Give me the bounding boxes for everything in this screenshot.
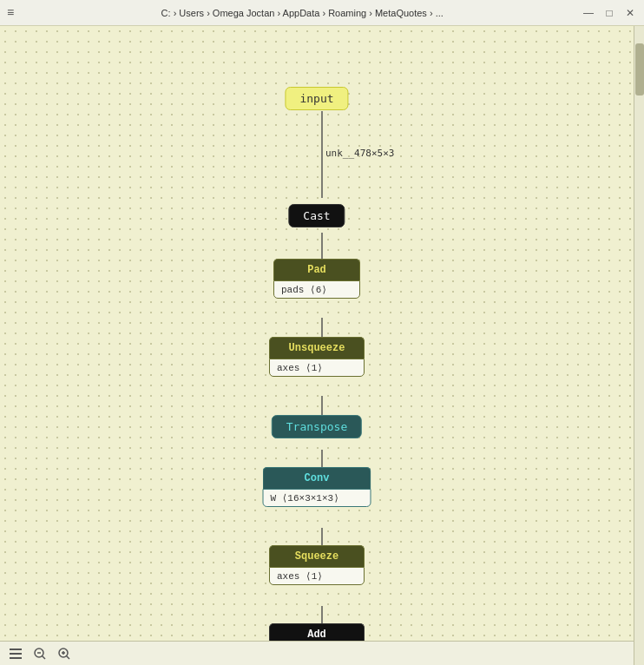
svg-rect-8 xyxy=(10,653,22,655)
node-add[interactable]: Add B ⟨1×16×1⟩ xyxy=(269,623,365,641)
node-squeeze-body: axes ⟨1⟩ xyxy=(269,567,365,585)
node-transpose[interactable]: Transpose xyxy=(272,415,362,438)
svg-rect-9 xyxy=(10,657,22,659)
node-conv-header: Conv xyxy=(263,467,371,489)
scrollbar-right[interactable] xyxy=(634,26,644,665)
edge-label-0: unk__478×5×3 xyxy=(325,148,394,159)
zoom-in-icon[interactable] xyxy=(56,645,73,662)
title-path: C: › Users › Omega Joctan › AppData › Ro… xyxy=(23,8,582,18)
node-conv[interactable]: Conv W ⟨16×3×1×3⟩ xyxy=(263,467,371,507)
svg-line-16 xyxy=(67,655,70,659)
title-bar: ≡ C: › Users › Omega Joctan › AppData › … xyxy=(0,0,644,26)
node-pad-body: pads ⟨6⟩ xyxy=(273,280,360,299)
close-button[interactable]: ✕ xyxy=(623,6,637,20)
canvas-area: unk__478×5×3 input Cast Pad pads ⟨6⟩ Uns… xyxy=(0,26,634,641)
maximize-button[interactable]: □ xyxy=(602,6,616,20)
window-controls: — □ ✕ xyxy=(582,6,637,20)
node-unsqueeze-header: Unsqueeze xyxy=(269,337,365,359)
node-conv-body: W ⟨16×3×1×3⟩ xyxy=(263,489,371,507)
node-input[interactable]: input xyxy=(285,87,348,110)
node-cast[interactable]: Cast xyxy=(288,204,345,227)
node-squeeze[interactable]: Squeeze axes ⟨1⟩ xyxy=(269,545,365,585)
node-pad-header: Pad xyxy=(273,259,360,280)
scrollbar-thumb[interactable] xyxy=(635,43,644,95)
node-unsqueeze[interactable]: Unsqueeze axes ⟨1⟩ xyxy=(269,337,365,377)
zoom-out-icon[interactable] xyxy=(31,645,49,662)
node-unsqueeze-body: axes ⟨1⟩ xyxy=(269,359,365,377)
menu-icon[interactable]: ≡ xyxy=(7,6,14,20)
bottom-toolbar xyxy=(0,641,634,665)
node-squeeze-header: Squeeze xyxy=(269,545,365,567)
node-add-header: Add xyxy=(269,623,365,641)
list-icon[interactable] xyxy=(7,645,24,662)
minimize-button[interactable]: — xyxy=(582,6,595,20)
node-pad[interactable]: Pad pads ⟨6⟩ xyxy=(273,259,360,299)
svg-rect-7 xyxy=(10,649,22,650)
svg-line-12 xyxy=(43,655,46,659)
